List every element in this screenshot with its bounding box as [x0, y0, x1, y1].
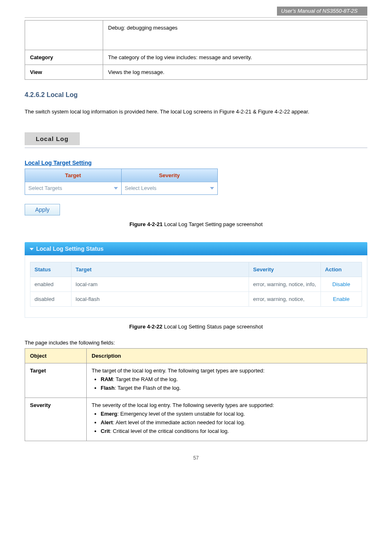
- disable-button[interactable]: Disable: [332, 281, 350, 287]
- fields-intro: The page includes the following fields:: [25, 340, 367, 346]
- cell-target-0: local-ram: [71, 277, 249, 291]
- obj-label-1: Category: [25, 50, 103, 65]
- figure2-caption-id: Figure 4-2-22: [129, 324, 162, 330]
- fields-description-table: Object Description Target The target of …: [25, 348, 367, 441]
- text-flash: : Target the Flash of the log.: [115, 385, 181, 391]
- page-header: User's Manual of NS3550-8T-2S: [25, 7, 367, 16]
- figure2-caption: Figure 4-2-22 Local Log Setting Status p…: [25, 324, 367, 330]
- tab-underline: [25, 148, 367, 148]
- obj-desc-1: The category of the log view includes: m…: [103, 50, 367, 65]
- desc-obj-target: Target: [25, 363, 87, 398]
- chevron-down-icon: [210, 187, 214, 190]
- list-item: RAM: Target the RAM of the log.: [101, 376, 362, 382]
- obj-label-2: View: [25, 65, 103, 80]
- list-item: Crit: Critical level of the critical con…: [101, 428, 362, 434]
- status-col-target: Target: [71, 262, 249, 277]
- subsection-title: Local Log: [46, 91, 78, 98]
- local-log-target-setting-table: Target Severity Select Targets Select Le…: [25, 169, 218, 195]
- desc-target-lead: The target of the local log entry. The f…: [92, 368, 362, 374]
- status-panel-title: Local Log Setting Status: [36, 245, 104, 252]
- subsection-number: 4.2.6.2: [25, 91, 45, 98]
- cell-severity-0: error, warning, notice, info,: [249, 277, 321, 291]
- figure1-caption: Figure 4-2-21 Local Log Target Setting p…: [25, 221, 367, 227]
- status-table: Status Target Severity Action enabled lo…: [30, 262, 362, 307]
- bold-ram: RAM: [101, 376, 113, 382]
- object-table-continued: Debug: debugging messages Category The c…: [25, 20, 367, 80]
- status-panel-header[interactable]: Local Log Setting Status: [25, 242, 367, 255]
- bold-alert: Alert: [101, 419, 113, 426]
- bold-emerg: Emerg: [101, 411, 117, 417]
- desc-severity-lead: The severity of the local log entry. The…: [92, 402, 362, 408]
- table-row: disabled local-flash error, warning, not…: [30, 291, 362, 306]
- local-log-tab-bar: Local Log: [25, 132, 367, 148]
- figure1-caption-text: Local Log Target Setting page screenshot: [163, 221, 263, 227]
- cell-status-1: disabled: [30, 291, 71, 306]
- page-number: 57: [25, 455, 367, 461]
- manual-title: User's Manual of NS3550-8T-2S: [277, 7, 367, 16]
- obj-desc-0: Debug: debugging messages: [103, 21, 367, 50]
- table-row: enabled local-ram error, warning, notice…: [30, 277, 362, 291]
- figure1-caption-id: Figure 4-2-21: [129, 221, 163, 227]
- header-divider: [25, 17, 367, 18]
- obj-label-0: [25, 21, 103, 50]
- local-log-target-setting-title: Local Log Target Setting: [25, 160, 367, 166]
- figure-local-log-target-setting: Local Log Target Setting Target Severity…: [25, 160, 367, 215]
- status-col-action: Action: [321, 262, 362, 277]
- cell-target-1: local-flash: [71, 291, 249, 306]
- desc-val-target: The target of the local log entry. The f…: [87, 363, 367, 398]
- desc-obj-severity: Severity: [25, 398, 87, 441]
- cell-severity-1: error, warning, notice,: [249, 291, 321, 306]
- desc-header-description: Description: [87, 348, 367, 363]
- chevron-down-icon: [114, 187, 118, 190]
- col-severity-header: Severity: [121, 169, 218, 182]
- bold-crit: Crit: [101, 428, 110, 434]
- figure2-caption-text: Local Log Setting Status page screenshot: [162, 324, 263, 330]
- status-col-status: Status: [30, 262, 71, 277]
- subsection-intro: The switch system local log information …: [25, 108, 367, 116]
- figure-local-log-setting-status: Local Log Setting Status Status Target S…: [25, 242, 367, 318]
- tab-local-log[interactable]: Local Log: [25, 132, 80, 145]
- list-item: Flash: Target the Flash of the log.: [101, 385, 362, 391]
- severity-select-placeholder: Select Levels: [125, 185, 157, 191]
- severity-select[interactable]: Select Levels: [122, 182, 218, 194]
- text-crit: : Critical level of the critical conditi…: [110, 428, 229, 434]
- obj-desc-2: Views the log message.: [103, 65, 367, 80]
- enable-button[interactable]: Enable: [333, 296, 349, 302]
- target-select[interactable]: Select Targets: [25, 182, 121, 194]
- text-ram: : Target the RAM of the log.: [113, 376, 178, 382]
- apply-button[interactable]: Apply: [25, 204, 60, 215]
- text-emerg: : Emergency level of the system unstable…: [117, 411, 245, 417]
- desc-val-severity: The severity of the local log entry. The…: [87, 398, 367, 441]
- subsection-heading: 4.2.6.2 Local Log: [25, 91, 367, 99]
- text-alert: : Alert level of the immediate action ne…: [113, 419, 245, 426]
- target-select-placeholder: Select Targets: [28, 185, 62, 191]
- list-item: Emerg: Emergency level of the system uns…: [101, 411, 362, 417]
- bold-flash: Flash: [101, 385, 115, 391]
- col-target-header: Target: [25, 169, 122, 182]
- status-col-severity: Severity: [249, 262, 321, 277]
- cell-status-0: enabled: [30, 277, 71, 291]
- desc-header-object: Object: [25, 348, 87, 363]
- triangle-down-icon: [30, 248, 34, 250]
- list-item: Alert: Alert level of the immediate acti…: [101, 419, 362, 426]
